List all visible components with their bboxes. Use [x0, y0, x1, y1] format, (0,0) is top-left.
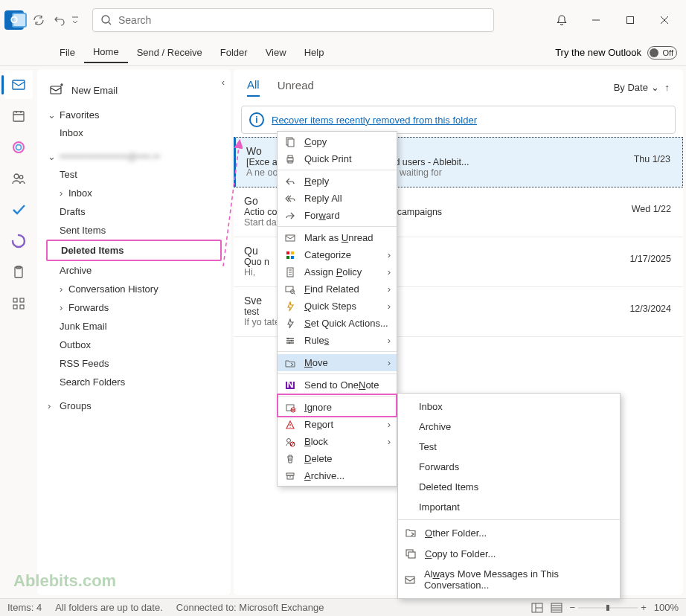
new-email-button[interactable]: New Email [37, 77, 231, 103]
context-menu-block[interactable]: Block› [278, 433, 397, 450]
ribbon-tab-home[interactable]: Home [84, 42, 128, 63]
refresh-button[interactable] [28, 10, 49, 31]
context-menu-separator [278, 373, 397, 374]
svg-point-5 [16, 145, 22, 150]
sort-ascending-button[interactable]: ↑ [665, 82, 670, 93]
folder-outbox[interactable]: Outbox [46, 336, 222, 354]
folder-conversation-history[interactable]: ›Conversation History [46, 280, 222, 298]
context-menu-ignore[interactable]: Ignore [278, 399, 397, 416]
context-menu-mark-as-unread[interactable]: Mark as Unread [278, 229, 397, 246]
categorize-icon [283, 250, 297, 260]
view-normal-button[interactable] [531, 603, 543, 613]
folder-junk[interactable]: Junk Email [46, 317, 222, 336]
undo-icon [54, 14, 65, 26]
rail-todo[interactable] [4, 196, 33, 224]
move-to-test[interactable]: Test [398, 437, 620, 457]
zoom-out-icon[interactable]: − [570, 602, 576, 613]
folder-search-folders[interactable]: Search Folders [46, 373, 222, 391]
context-menu-copy[interactable]: Copy [278, 133, 397, 150]
maximize-button[interactable] [613, 8, 647, 32]
folder-forwards-label: Forwards [68, 302, 109, 313]
svg-rect-23 [286, 256, 289, 259]
copy-to-folder[interactable]: Copy to Folder... [398, 543, 620, 564]
context-menu-categorize[interactable]: Categorize› [278, 246, 397, 263]
folder-deleted-items[interactable]: Deleted Items [46, 240, 222, 261]
ribbon-tab-help[interactable]: Help [295, 42, 333, 62]
folder-drafts[interactable]: Drafts [46, 202, 222, 221]
ribbon-tab-sendreceive[interactable]: Send / Receive [128, 42, 211, 62]
ribbon-tab-folder[interactable]: Folder [211, 42, 257, 62]
rail-more-apps[interactable] [4, 289, 33, 318]
search-input[interactable] [118, 14, 486, 26]
groups-header[interactable]: ›Groups [46, 397, 222, 414]
rail-mail[interactable] [4, 71, 33, 99]
account-header[interactable]: ⌄••••••••••••••••••••@••••.•• [46, 148, 222, 165]
view-reading-button[interactable] [551, 603, 562, 613]
rail-journal[interactable] [4, 258, 33, 286]
notifications-button[interactable] [545, 8, 579, 32]
context-menu-reply-all[interactable]: Reply All [278, 190, 397, 207]
collapse-folder-pane[interactable]: ‹ [222, 77, 225, 88]
filter-unread[interactable]: Unread [278, 79, 314, 96]
context-menu-archive-[interactable]: Archive... [278, 467, 397, 484]
copy-icon [283, 137, 297, 147]
zoom-in-icon[interactable]: + [641, 602, 647, 613]
folder-inbox[interactable]: ›Inbox [46, 184, 222, 202]
rail-copilot[interactable] [4, 133, 33, 161]
context-menu-label: Set Quick Actions... [304, 318, 391, 329]
search-box[interactable] [92, 8, 494, 32]
context-menu-send-to-onenote[interactable]: NSend to OneNote [278, 376, 397, 394]
move-to-deleted[interactable]: Deleted Items [398, 477, 620, 497]
folder-test[interactable]: Test [46, 165, 222, 184]
context-menu-set-quick-actions-[interactable]: Set Quick Actions... [278, 315, 397, 332]
context-menu-move[interactable]: Move› [278, 354, 397, 371]
chevron-right-icon: › [388, 436, 391, 447]
qat-dropdown[interactable] [70, 10, 80, 31]
context-menu-delete[interactable]: Delete [278, 450, 397, 467]
favorites-header[interactable]: ⌄Favorites [46, 106, 222, 123]
rail-people[interactable] [4, 164, 33, 193]
minimize-button[interactable] [579, 8, 613, 32]
folder-pane: New Email ‹ ⌄Favorites Inbox ⌄••••••••••… [37, 69, 231, 595]
move-to-inbox[interactable]: Inbox [398, 397, 620, 417]
context-menu-find-related[interactable]: Find Related› [278, 280, 397, 298]
copy-folder-icon [404, 548, 417, 559]
context-menu-forward[interactable]: Forward [278, 207, 397, 224]
context-menu-label: Assign Policy [304, 266, 380, 277]
nav-rail [0, 66, 37, 598]
context-menu-quick-print[interactable]: Quick Print [278, 150, 397, 167]
rail-calendar[interactable] [4, 102, 33, 130]
msg-date: Wed 1/22 [632, 204, 671, 214]
undo-button[interactable] [49, 10, 70, 31]
context-menu-assign-policy[interactable]: Assign Policy› [278, 263, 397, 280]
always-move-conversation[interactable]: Always Move Messages in This Conversatio… [398, 564, 620, 595]
folder-forwards[interactable]: ›Forwards [46, 298, 222, 317]
zoom-percent[interactable]: 100% [654, 602, 679, 613]
submenu-separator [398, 519, 620, 520]
close-button[interactable] [647, 8, 682, 32]
toggle-off-label: Off [663, 48, 673, 57]
move-to-forwards[interactable]: Forwards [398, 457, 620, 477]
context-menu-rules[interactable]: Rules› [278, 332, 397, 349]
context-menu-reply[interactable]: Reply [278, 173, 397, 190]
move-submenu: Inbox Archive Test Forwards Deleted Item… [397, 393, 621, 599]
ribbon-tab-file[interactable]: File [51, 42, 84, 62]
folder-rss[interactable]: RSS Feeds [46, 354, 222, 373]
context-menu-report[interactable]: Report› [278, 416, 397, 433]
recover-items-link[interactable]: Recover items recently removed from this… [272, 115, 477, 126]
try-new-outlook-toggle[interactable]: Off [647, 46, 677, 60]
folder-favorite-inbox[interactable]: Inbox [46, 123, 222, 142]
move-to-important[interactable]: Important [398, 497, 620, 517]
context-menu-quick-steps[interactable]: Quick Steps› [278, 298, 397, 315]
folder-sent-items[interactable]: Sent Items [46, 221, 222, 240]
move-to-archive[interactable]: Archive [398, 417, 620, 437]
filter-all[interactable]: All [247, 78, 260, 97]
sort-by-date[interactable]: By Date ⌄ [614, 82, 659, 93]
zoom-slider[interactable]: − + [570, 602, 647, 613]
svg-point-29 [291, 339, 293, 341]
move-icon [283, 358, 297, 368]
rail-loop[interactable] [4, 227, 33, 255]
folder-archive[interactable]: Archive [46, 261, 222, 280]
move-other-folder[interactable]: Other Folder... [398, 522, 620, 543]
ribbon-tab-view[interactable]: View [257, 42, 295, 62]
